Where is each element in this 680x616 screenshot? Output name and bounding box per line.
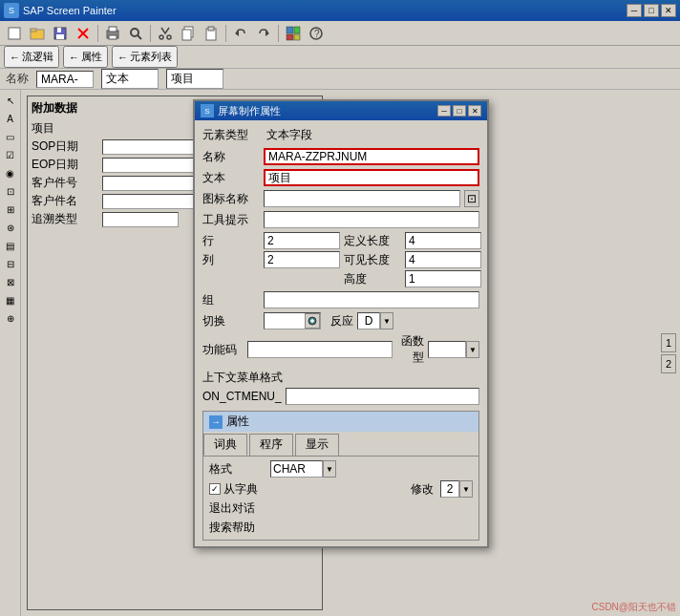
format-dropdown[interactable]: ▼ — [323, 460, 336, 478]
search-help-label: 搜索帮助 — [209, 520, 255, 536]
sidebar-subscreen[interactable]: ▤ — [2, 237, 19, 254]
toolbar-delete[interactable] — [73, 23, 94, 44]
toolbar-redo[interactable] — [253, 23, 274, 44]
modal-text-input[interactable] — [264, 169, 479, 186]
react-dropdown[interactable]: ▼ — [380, 312, 393, 329]
nav-attrs-arrow: ← — [69, 52, 79, 63]
toolbar-windows[interactable] — [283, 23, 304, 44]
func-code-input[interactable] — [247, 341, 393, 358]
right-num-2[interactable]: 2 — [661, 354, 676, 373]
svg-rect-16 — [182, 30, 191, 40]
maximize-button[interactable]: □ — [644, 4, 659, 17]
height-input[interactable] — [405, 270, 481, 287]
toolbar-sep-1 — [97, 25, 98, 42]
element-type-value: 文本字段 — [264, 126, 479, 144]
name-item: 项目 — [166, 69, 223, 89]
group-input[interactable] — [264, 291, 479, 308]
svg-rect-4 — [57, 28, 61, 32]
nav-elements-label[interactable]: 元素列表 — [130, 50, 172, 64]
icon-row: 图标名称 ⊡ — [202, 190, 479, 207]
tab-dictionary[interactable]: 词典 — [203, 434, 247, 456]
icon-browse-btn[interactable]: ⊡ — [464, 190, 479, 207]
vis-len-input[interactable] — [405, 251, 481, 268]
nav-logic-label[interactable]: 流逻辑 — [22, 50, 53, 64]
switch-icon[interactable] — [305, 313, 320, 329]
modal-name-input[interactable] — [264, 148, 479, 165]
func-type-label: 函数型 — [396, 333, 424, 366]
sidebar: ↖ A ▭ ☑ ◉ ⊡ ⊞ ⊛ ▤ ⊟ ⊠ ▦ ⊕ — [0, 90, 21, 616]
modal-body: 元素类型 文本字段 名称 文本 图标名称 — [195, 120, 487, 546]
sidebar-input[interactable]: ▭ — [2, 128, 19, 145]
svg-rect-9 — [109, 27, 117, 32]
func-type-input[interactable] — [428, 341, 466, 358]
minimize-button[interactable]: ─ — [627, 4, 642, 17]
modal-title-text: 屏幕制作属性 — [218, 104, 434, 118]
nav-back[interactable]: ← 流逻辑 — [4, 46, 59, 68]
tab-program[interactable]: 程序 — [249, 434, 293, 456]
modal-title-bar: S 屏幕制作属性 ─ □ ✕ — [195, 101, 487, 120]
attached-label-custno: 客户件号 — [32, 175, 98, 191]
sidebar-map[interactable]: ⊕ — [2, 309, 19, 327]
switch-input[interactable] — [264, 312, 321, 329]
modal-icon-input[interactable] — [264, 190, 460, 207]
col-input[interactable] — [264, 251, 340, 268]
props-arrow[interactable]: → — [209, 415, 223, 429]
title-bar-text: SAP Screen Painter — [23, 5, 627, 16]
attached-label-trace: 追溯类型 — [32, 211, 98, 227]
toolbar-find[interactable] — [125, 23, 146, 44]
modal-tooltip-input[interactable] — [264, 211, 479, 228]
toolbar-paste[interactable] — [201, 23, 222, 44]
sidebar-cursor[interactable]: ↖ — [2, 92, 19, 109]
toolbar-cut[interactable] — [155, 23, 176, 44]
context-menu-key: ON_CTMENU_ — [202, 390, 282, 403]
sidebar-tabstrip[interactable]: ⊟ — [2, 255, 19, 272]
sidebar-box[interactable]: ⊡ — [2, 182, 19, 200]
modal-name-label: 名称 — [202, 149, 260, 165]
react-select-container: ▼ — [357, 312, 393, 329]
nav-elements[interactable]: ← 元素列表 — [112, 46, 178, 68]
format-input[interactable] — [270, 460, 323, 478]
toolbar-sep-2 — [150, 25, 151, 42]
func-type-dropdown[interactable]: ▼ — [466, 341, 479, 358]
right-num-1[interactable]: 1 — [661, 333, 676, 352]
func-code-label: 功能码 — [202, 342, 244, 358]
toolbar-new[interactable] — [4, 23, 25, 44]
row-input[interactable] — [264, 232, 340, 249]
context-menu-input[interactable] — [286, 388, 479, 405]
sidebar-radio[interactable]: ◉ — [2, 164, 19, 181]
from-dict-checkbox[interactable]: ✓ — [209, 483, 221, 495]
nav-attrs[interactable]: ← 属性 — [63, 46, 108, 68]
toolbar-print[interactable] — [102, 23, 123, 44]
func-code-row: 功能码 函数型 ▼ — [202, 333, 479, 366]
close-button[interactable]: ✕ — [661, 4, 676, 17]
toolbar-undo[interactable] — [230, 23, 251, 44]
toolbar-copy[interactable] — [178, 23, 199, 44]
toolbar-save[interactable] — [50, 23, 71, 44]
from-dict-row: ✓ 从字典 修改 ▼ — [209, 480, 473, 498]
modal-maximize[interactable]: □ — [453, 105, 466, 117]
svg-line-12 — [138, 35, 141, 39]
sidebar-icon1[interactable]: ⊛ — [2, 219, 19, 236]
modify-input[interactable] — [440, 480, 459, 498]
toolbar-help[interactable]: ? — [306, 23, 327, 44]
svg-point-11 — [131, 29, 138, 36]
modify-select-container: ▼ — [440, 480, 473, 498]
nav-attrs-label[interactable]: 属性 — [81, 50, 102, 64]
attached-input-trace[interactable] — [102, 212, 179, 227]
def-len-input[interactable] — [405, 232, 481, 249]
sidebar-text[interactable]: A — [2, 110, 19, 127]
svg-point-14 — [167, 35, 171, 39]
sidebar-checkbox[interactable]: ☑ — [2, 146, 19, 163]
sidebar-custom[interactable]: ⊠ — [2, 273, 19, 290]
modify-dropdown[interactable]: ▼ — [459, 480, 473, 498]
modal-close[interactable]: ✕ — [468, 105, 481, 117]
react-input[interactable] — [357, 312, 380, 329]
toolbar-sep-3 — [225, 25, 226, 42]
sidebar-table[interactable]: ⊞ — [2, 201, 19, 218]
react-label: 反应 — [325, 313, 353, 329]
sidebar-graph[interactable]: ▦ — [2, 291, 19, 308]
height-label: 高度 — [344, 271, 401, 287]
modal-minimize[interactable]: ─ — [437, 105, 451, 117]
tab-display[interactable]: 显示 — [295, 434, 339, 456]
toolbar-open[interactable] — [27, 23, 48, 44]
